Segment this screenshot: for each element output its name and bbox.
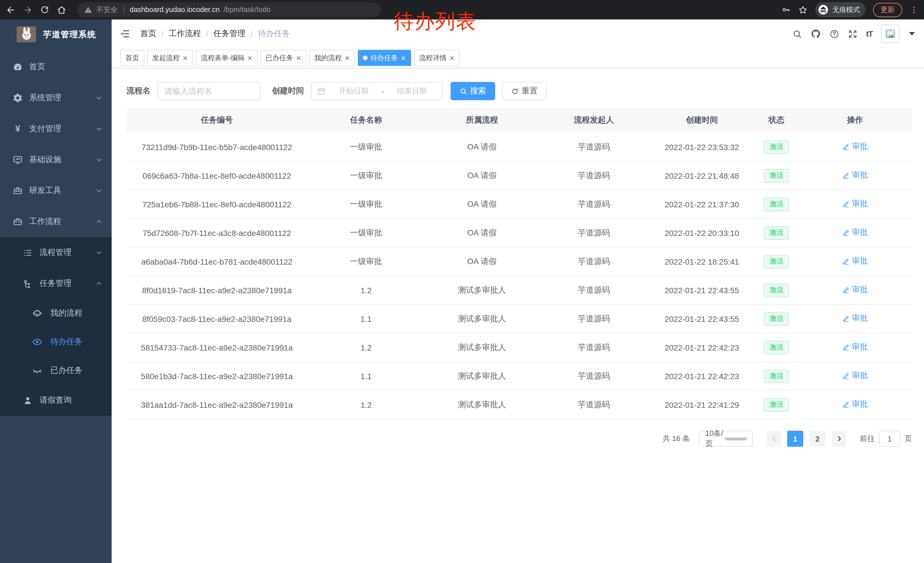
tab-my-process[interactable]: 我的流程	[309, 50, 355, 66]
cell-process: 测试多审批人	[425, 371, 539, 381]
tab-start-process[interactable]: 发起流程	[147, 50, 193, 66]
cell-starter: 芋道源码	[539, 199, 649, 209]
tab-home[interactable]: 首页	[120, 50, 144, 66]
cell-create-time: 2022-01-21 22:43:55	[649, 314, 755, 323]
column-header-status: 状态	[755, 115, 798, 125]
close-icon[interactable]	[345, 55, 350, 60]
page-size-select[interactable]: 10条/页	[699, 431, 753, 447]
cell-task-name: 一级审批	[307, 228, 425, 238]
tab-label: 发起流程	[152, 53, 180, 63]
breadcrumb-item-task-management[interactable]: 任务管理	[213, 29, 246, 39]
home-icon[interactable]	[57, 5, 66, 15]
sidebar-item-devtools[interactable]: 研发工具	[0, 175, 112, 206]
bookmark-star-icon[interactable]	[798, 5, 808, 15]
avatar[interactable]	[881, 25, 899, 43]
sidebar-item-leave-query[interactable]: 请假查询	[0, 385, 112, 416]
refresh-icon	[511, 87, 519, 95]
cell-task-id: a6aba0a4-7b6d-11ec-b781-acde48001122	[126, 257, 307, 266]
tree-icon	[23, 279, 33, 288]
approve-link[interactable]: 审批	[842, 170, 868, 181]
date-range-picker[interactable]: 开始日期 - 结束日期	[311, 82, 442, 100]
approve-link[interactable]: 审批	[842, 371, 868, 381]
approve-link-label: 审批	[852, 199, 868, 209]
tab-todo-tasks[interactable]: 待办任务	[358, 50, 411, 66]
sidebar-item-label: 我的流程	[50, 308, 82, 318]
sidebar-item-workflow[interactable]: 工作流程	[0, 206, 112, 237]
sidebar-item-my-process[interactable]: 我的流程	[0, 299, 112, 327]
breadcrumb-separator: /	[251, 29, 253, 38]
key-icon[interactable]	[782, 5, 790, 14]
tab-done-tasks[interactable]: 已办任务	[261, 50, 306, 66]
browser-menu-icon[interactable]	[910, 6, 918, 14]
update-button[interactable]: 更新	[873, 3, 902, 17]
approve-link-label: 审批	[852, 399, 868, 410]
fullscreen-icon[interactable]	[848, 29, 858, 39]
cell-status: 激活	[755, 197, 798, 211]
screenshot-root: 不安全 dashboard.yudao.iocoder.cn/bpm/task/…	[0, 0, 924, 563]
top-navbar: 首页 / 工作流程 / 任务管理 / 待办任务	[112, 20, 924, 48]
sidebar-item-done-tasks[interactable]: 已办任务	[0, 356, 112, 385]
font-size-icon[interactable]	[866, 29, 873, 38]
breadcrumb-separator: /	[162, 29, 164, 38]
search-form: 流程名 创建时间 开始日期 - 结束日期	[126, 82, 912, 100]
sidebar-item-system[interactable]: 系统管理	[0, 83, 112, 113]
breadcrumb-item-workflow[interactable]: 工作流程	[169, 29, 201, 39]
start-date-placeholder[interactable]: 开始日期	[329, 86, 378, 96]
sidebar-item-infrastructure[interactable]: 基础设施	[0, 144, 112, 175]
approve-link[interactable]: 审批	[842, 256, 868, 267]
github-icon[interactable]	[811, 29, 821, 39]
approve-link[interactable]: 审批	[842, 342, 868, 353]
cell-status: 激活	[755, 398, 798, 411]
table-row: 8f0d1619-7ac8-11ec-a9e2-a2380e71991a 1.2…	[126, 276, 912, 305]
tab-process-detail[interactable]: 流程详情	[414, 50, 460, 66]
sidebar-item-label: 待办任务	[50, 337, 82, 347]
approve-link[interactable]: 审批	[842, 228, 868, 238]
approve-link[interactable]: 审批	[842, 399, 868, 410]
approve-link[interactable]: 审批	[842, 199, 868, 209]
cell-process: 测试多审批人	[425, 285, 539, 295]
security-label[interactable]: 不安全	[96, 5, 118, 15]
chevron-down-icon	[96, 95, 102, 101]
close-icon[interactable]	[296, 55, 301, 60]
column-header-task-name: 任务名称	[307, 115, 425, 125]
reset-button[interactable]: 重置	[502, 82, 547, 100]
close-icon[interactable]	[401, 55, 406, 60]
forward-icon[interactable]	[23, 5, 33, 15]
breadcrumb-item-home[interactable]: 首页	[140, 29, 156, 39]
page-button-1[interactable]: 1	[787, 431, 803, 447]
end-date-placeholder[interactable]: 结束日期	[387, 86, 436, 96]
close-icon[interactable]	[248, 55, 252, 60]
sidebar-item-home[interactable]: 首页	[0, 51, 112, 83]
status-badge: 激活	[764, 255, 789, 268]
sidebar-item-process-management[interactable]: 流程管理	[0, 237, 112, 268]
approve-link[interactable]: 审批	[842, 285, 868, 295]
table-row: 381aa1dd-7ac8-11ec-a9e2-a2380e71991a 1.2…	[126, 390, 912, 419]
back-icon[interactable]	[6, 5, 15, 15]
app-logo[interactable]: 芋道管理系统	[0, 20, 112, 49]
reload-icon[interactable]	[40, 5, 49, 14]
sidebar-item-task-management[interactable]: 任务管理	[0, 268, 112, 299]
address-bar[interactable]: 不安全 dashboard.yudao.iocoder.cn/bpm/task/…	[77, 2, 381, 17]
next-page-button[interactable]	[832, 431, 846, 447]
sidebar-collapse-icon[interactable]	[120, 29, 130, 39]
tab-process-form-edit[interactable]: 流程表单-编辑	[196, 50, 258, 66]
close-icon[interactable]	[183, 55, 188, 60]
goto-page-input[interactable]	[879, 431, 900, 447]
cell-status: 激活	[755, 341, 798, 354]
cell-starter: 芋道源码	[539, 228, 649, 238]
close-icon[interactable]	[449, 55, 454, 60]
page-button-2[interactable]: 2	[810, 431, 825, 447]
sidebar-item-todo-tasks[interactable]: 待办任务	[0, 327, 112, 356]
sidebar-item-payment[interactable]: ¥ 支付管理	[0, 113, 112, 144]
search-icon[interactable]	[792, 29, 802, 39]
cell-actions: 审批	[798, 399, 912, 410]
process-name-input[interactable]	[158, 82, 261, 100]
prev-page-button[interactable]	[766, 431, 781, 447]
help-icon[interactable]	[830, 29, 839, 39]
search-icon	[460, 87, 467, 95]
approve-link[interactable]: 审批	[842, 142, 868, 152]
approve-link[interactable]: 审批	[842, 314, 868, 324]
sidebar-item-label: 系统管理	[29, 93, 61, 103]
search-button[interactable]: 搜索	[450, 82, 495, 100]
avatar-dropdown-icon[interactable]	[909, 32, 915, 36]
